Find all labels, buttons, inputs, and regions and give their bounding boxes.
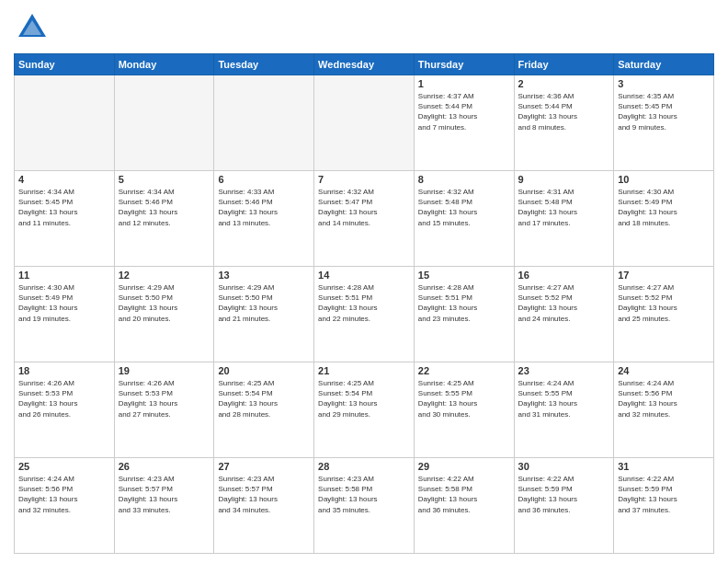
day-info: Sunrise: 4:22 AMSunset: 5:59 PMDaylight:… <box>618 474 710 515</box>
day-info: Sunrise: 4:30 AMSunset: 5:49 PMDaylight:… <box>18 282 110 324</box>
calendar-cell: 5Sunrise: 4:34 AMSunset: 5:46 PMDaylight… <box>114 171 214 267</box>
days-of-week-row: SundayMondayTuesdayWednesdayThursdayFrid… <box>15 54 714 75</box>
day-info: Sunrise: 4:27 AMSunset: 5:52 PMDaylight:… <box>518 282 610 324</box>
day-number: 9 <box>518 174 610 185</box>
day-number: 27 <box>218 461 310 472</box>
day-number: 31 <box>618 461 710 472</box>
day-number: 5 <box>119 174 210 185</box>
calendar-cell: 10Sunrise: 4:30 AMSunset: 5:49 PMDayligh… <box>614 171 714 267</box>
day-number: 2 <box>518 78 610 89</box>
calendar-cell: 2Sunrise: 4:36 AMSunset: 5:44 PMDaylight… <box>514 75 614 171</box>
day-info: Sunrise: 4:24 AMSunset: 5:55 PMDaylight:… <box>518 378 610 419</box>
day-info: Sunrise: 4:30 AMSunset: 5:49 PMDaylight:… <box>618 187 710 228</box>
calendar-cell: 3Sunrise: 4:35 AMSunset: 5:45 PMDaylight… <box>614 75 714 171</box>
day-info: Sunrise: 4:31 AMSunset: 5:48 PMDaylight:… <box>518 187 610 228</box>
calendar-cell <box>15 75 115 171</box>
day-header-monday: Monday <box>114 54 214 75</box>
calendar-cell: 1Sunrise: 4:37 AMSunset: 5:44 PMDaylight… <box>414 75 514 171</box>
day-number: 24 <box>618 365 710 376</box>
calendar-cell: 17Sunrise: 4:27 AMSunset: 5:52 PMDayligh… <box>614 267 714 362</box>
day-number: 10 <box>618 174 710 185</box>
calendar-cell: 22Sunrise: 4:25 AMSunset: 5:55 PMDayligh… <box>414 362 514 458</box>
day-number: 12 <box>119 270 210 281</box>
day-number: 23 <box>518 365 610 376</box>
week-row-2: 4Sunrise: 4:34 AMSunset: 5:45 PMDaylight… <box>15 171 714 267</box>
calendar-cell: 31Sunrise: 4:22 AMSunset: 5:59 PMDayligh… <box>614 458 714 554</box>
calendar-cell: 6Sunrise: 4:33 AMSunset: 5:46 PMDaylight… <box>214 171 314 267</box>
day-number: 16 <box>518 270 610 281</box>
calendar-cell: 4Sunrise: 4:34 AMSunset: 5:45 PMDaylight… <box>15 171 115 267</box>
calendar-cell <box>214 75 314 171</box>
day-info: Sunrise: 4:28 AMSunset: 5:51 PMDaylight:… <box>318 282 410 324</box>
day-info: Sunrise: 4:29 AMSunset: 5:50 PMDaylight:… <box>119 282 210 324</box>
day-number: 7 <box>318 174 410 185</box>
day-info: Sunrise: 4:26 AMSunset: 5:53 PMDaylight:… <box>119 378 210 419</box>
header <box>14 9 714 46</box>
calendar-cell: 21Sunrise: 4:25 AMSunset: 5:54 PMDayligh… <box>314 362 415 458</box>
day-header-sunday: Sunday <box>15 54 115 75</box>
day-header-saturday: Saturday <box>614 54 714 75</box>
day-number: 13 <box>218 270 310 281</box>
calendar-cell: 9Sunrise: 4:31 AMSunset: 5:48 PMDaylight… <box>514 171 614 267</box>
calendar-cell: 24Sunrise: 4:24 AMSunset: 5:56 PMDayligh… <box>614 362 714 458</box>
day-info: Sunrise: 4:34 AMSunset: 5:46 PMDaylight:… <box>119 187 210 228</box>
week-row-5: 25Sunrise: 4:24 AMSunset: 5:56 PMDayligh… <box>15 458 714 554</box>
day-header-friday: Friday <box>514 54 614 75</box>
day-number: 20 <box>218 365 310 376</box>
day-info: Sunrise: 4:27 AMSunset: 5:52 PMDaylight:… <box>618 282 710 324</box>
calendar-cell: 20Sunrise: 4:25 AMSunset: 5:54 PMDayligh… <box>214 362 314 458</box>
logo-icon <box>14 9 51 46</box>
day-number: 26 <box>119 461 210 472</box>
day-info: Sunrise: 4:36 AMSunset: 5:44 PMDaylight:… <box>518 91 610 132</box>
day-number: 22 <box>418 365 510 376</box>
day-number: 14 <box>318 270 410 281</box>
calendar-cell: 18Sunrise: 4:26 AMSunset: 5:53 PMDayligh… <box>15 362 115 458</box>
day-info: Sunrise: 4:25 AMSunset: 5:54 PMDaylight:… <box>218 378 310 419</box>
calendar-cell: 29Sunrise: 4:22 AMSunset: 5:58 PMDayligh… <box>414 458 514 554</box>
calendar-cell: 14Sunrise: 4:28 AMSunset: 5:51 PMDayligh… <box>314 267 415 362</box>
calendar-cell: 12Sunrise: 4:29 AMSunset: 5:50 PMDayligh… <box>114 267 214 362</box>
day-number: 11 <box>18 270 110 281</box>
day-number: 18 <box>18 365 110 376</box>
day-number: 21 <box>318 365 410 376</box>
calendar-table: SundayMondayTuesdayWednesdayThursdayFrid… <box>14 53 714 554</box>
calendar-body: 1Sunrise: 4:37 AMSunset: 5:44 PMDaylight… <box>15 75 714 554</box>
page: SundayMondayTuesdayWednesdayThursdayFrid… <box>0 0 728 563</box>
day-number: 1 <box>418 78 510 89</box>
day-info: Sunrise: 4:32 AMSunset: 5:47 PMDaylight:… <box>318 187 410 228</box>
day-info: Sunrise: 4:29 AMSunset: 5:50 PMDaylight:… <box>218 282 310 324</box>
calendar-cell: 8Sunrise: 4:32 AMSunset: 5:48 PMDaylight… <box>414 171 514 267</box>
day-info: Sunrise: 4:28 AMSunset: 5:51 PMDaylight:… <box>418 282 510 324</box>
week-row-1: 1Sunrise: 4:37 AMSunset: 5:44 PMDaylight… <box>15 75 714 171</box>
day-info: Sunrise: 4:26 AMSunset: 5:53 PMDaylight:… <box>18 378 110 419</box>
day-info: Sunrise: 4:23 AMSunset: 5:57 PMDaylight:… <box>218 474 310 515</box>
day-header-tuesday: Tuesday <box>214 54 314 75</box>
calendar-cell: 11Sunrise: 4:30 AMSunset: 5:49 PMDayligh… <box>15 267 115 362</box>
day-info: Sunrise: 4:23 AMSunset: 5:57 PMDaylight:… <box>119 474 210 515</box>
day-info: Sunrise: 4:22 AMSunset: 5:58 PMDaylight:… <box>418 474 510 515</box>
calendar-cell: 25Sunrise: 4:24 AMSunset: 5:56 PMDayligh… <box>15 458 115 554</box>
day-number: 29 <box>418 461 510 472</box>
day-number: 17 <box>618 270 710 281</box>
calendar-cell: 16Sunrise: 4:27 AMSunset: 5:52 PMDayligh… <box>514 267 614 362</box>
day-number: 6 <box>218 174 310 185</box>
day-number: 19 <box>119 365 210 376</box>
day-number: 28 <box>318 461 410 472</box>
calendar-cell: 13Sunrise: 4:29 AMSunset: 5:50 PMDayligh… <box>214 267 314 362</box>
calendar-cell: 28Sunrise: 4:23 AMSunset: 5:58 PMDayligh… <box>314 458 415 554</box>
calendar-cell <box>114 75 214 171</box>
calendar-cell <box>314 75 415 171</box>
day-number: 25 <box>18 461 110 472</box>
day-info: Sunrise: 4:33 AMSunset: 5:46 PMDaylight:… <box>218 187 310 228</box>
day-info: Sunrise: 4:25 AMSunset: 5:55 PMDaylight:… <box>418 378 510 419</box>
day-number: 15 <box>418 270 510 281</box>
logo <box>14 9 56 46</box>
calendar-cell: 23Sunrise: 4:24 AMSunset: 5:55 PMDayligh… <box>514 362 614 458</box>
day-info: Sunrise: 4:22 AMSunset: 5:59 PMDaylight:… <box>518 474 610 515</box>
day-info: Sunrise: 4:24 AMSunset: 5:56 PMDaylight:… <box>618 378 710 419</box>
day-header-wednesday: Wednesday <box>314 54 415 75</box>
week-row-4: 18Sunrise: 4:26 AMSunset: 5:53 PMDayligh… <box>15 362 714 458</box>
day-info: Sunrise: 4:24 AMSunset: 5:56 PMDaylight:… <box>18 474 110 515</box>
day-number: 8 <box>418 174 510 185</box>
day-header-thursday: Thursday <box>414 54 514 75</box>
